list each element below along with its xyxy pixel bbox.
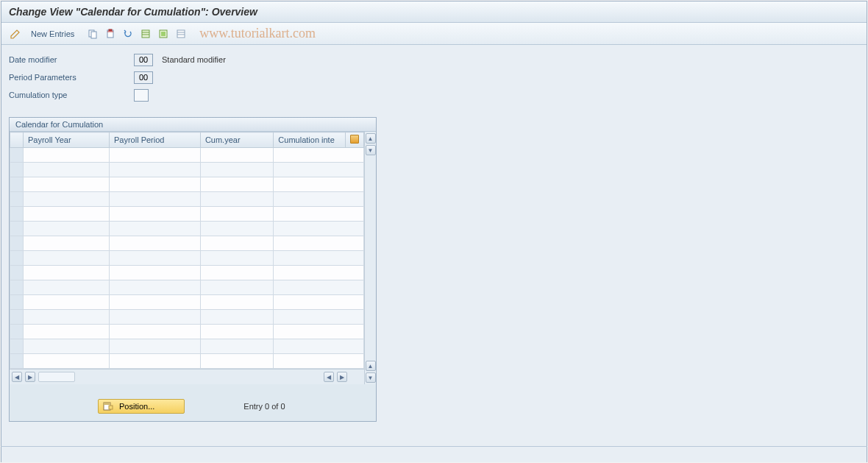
horizontal-scroll: ◀ ▶ ◀ ▶ (10, 369, 364, 384)
bottom-divider (1, 446, 867, 447)
table-row[interactable] (10, 177, 364, 192)
svg-rect-3 (109, 29, 112, 31)
calendar-panel: Calendar for Cumulation Payroll Year Pay… (9, 117, 377, 422)
scroll-track[interactable] (38, 372, 75, 382)
date-modifier-label: Date modifier (9, 55, 134, 64)
scroll-left2-icon[interactable]: ◀ (324, 372, 334, 382)
watermark: www.tutorialkart.com (199, 26, 316, 41)
select-block-icon[interactable] (157, 27, 170, 40)
col-cumulation-inte[interactable]: Cumulation inte (274, 132, 346, 148)
cumulation-type-label: Cumulation type (9, 91, 134, 99)
scroll-up-icon[interactable]: ▲ (366, 133, 376, 144)
date-modifier-desc: Standard modifier (162, 55, 226, 64)
page-title: Change View "Calendar for Cumulation": O… (1, 1, 867, 23)
scroll-down-icon[interactable]: ▼ (366, 372, 376, 383)
deselect-all-icon[interactable] (174, 27, 188, 40)
copy-icon[interactable] (86, 27, 99, 40)
position-label: Position... (119, 402, 154, 411)
table-body (10, 148, 364, 369)
new-entries-button[interactable]: New Entries (26, 28, 79, 40)
scroll-up-thumb-icon[interactable]: ▼ (366, 145, 376, 155)
col-payroll-period[interactable]: Payroll Period (109, 132, 200, 148)
scroll-right2-icon[interactable]: ▶ (337, 372, 347, 382)
date-modifier-field[interactable] (134, 54, 153, 66)
table-row[interactable] (10, 266, 364, 280)
content-area: Date modifier Standard modifier Period P… (1, 45, 867, 462)
entry-count: Entry 0 of 0 (243, 402, 285, 411)
panel-title: Calendar for Cumulation (10, 118, 376, 132)
scroll-down-thumb-icon[interactable]: ▲ (366, 361, 376, 371)
table-row[interactable] (10, 310, 364, 325)
main-window: Change View "Calendar for Cumulation": O… (1, 1, 867, 462)
col-payroll-year[interactable]: Payroll Year (23, 132, 109, 148)
table-row[interactable] (10, 236, 364, 251)
calendar-table: Payroll Year Payroll Period Cum.year Cum… (10, 132, 364, 369)
table-row[interactable] (10, 339, 364, 354)
table-row[interactable] (10, 192, 364, 207)
table-row[interactable] (10, 251, 364, 266)
panel-footer: Position... Entry 0 of 0 (10, 384, 376, 421)
svg-rect-5 (142, 30, 149, 38)
scroll-right-icon[interactable]: ▶ (25, 372, 35, 382)
config-icon (350, 135, 359, 144)
table-row[interactable] (10, 325, 364, 339)
edit-icon[interactable] (9, 27, 22, 40)
table-config-button[interactable] (345, 132, 363, 148)
scroll-left-icon[interactable]: ◀ (12, 372, 22, 382)
table-container: Payroll Year Payroll Period Cum.year Cum… (10, 132, 376, 384)
table-row[interactable] (10, 163, 364, 177)
table-row[interactable] (10, 207, 364, 222)
form-row-period-params: Period Parameters (9, 70, 859, 85)
svg-rect-10 (177, 30, 185, 38)
table-row[interactable] (10, 222, 364, 236)
vertical-scroll: ▲ ▼ ▲ ▼ (364, 132, 376, 384)
form-section: Date modifier Standard modifier Period P… (9, 52, 859, 102)
table-row[interactable] (10, 280, 364, 295)
row-selector-header[interactable] (10, 132, 24, 148)
form-row-cumulation-type: Cumulation type (9, 88, 859, 102)
col-cum-year[interactable]: Cum.year (200, 132, 273, 148)
table-row[interactable] (10, 295, 364, 310)
select-all-icon[interactable] (139, 27, 152, 40)
toolbar: New Entries www.tutorialkart.com (1, 23, 867, 45)
form-row-date-modifier: Date modifier Standard modifier (9, 52, 859, 67)
delete-icon[interactable] (104, 27, 117, 40)
undo-icon[interactable] (121, 27, 135, 40)
position-button[interactable]: Position... (98, 399, 185, 414)
period-params-field[interactable] (134, 71, 153, 84)
svg-rect-1 (91, 32, 96, 38)
position-icon (103, 401, 113, 411)
svg-rect-15 (109, 406, 113, 409)
table-row[interactable] (10, 148, 364, 163)
svg-rect-9 (161, 32, 166, 36)
period-params-label: Period Parameters (9, 73, 134, 82)
cumulation-type-field[interactable] (134, 89, 149, 102)
table-row[interactable] (10, 354, 364, 369)
svg-rect-14 (104, 403, 110, 405)
